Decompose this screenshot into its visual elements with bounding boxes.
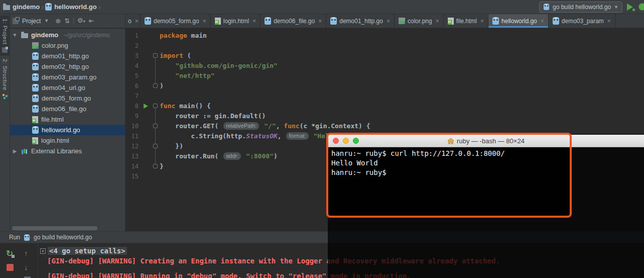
breadcrumb-gindemo[interactable]: gindemo [3,3,40,11]
code-token: , [276,122,284,130]
run-line-gutter-icon[interactable] [144,104,148,109]
png-file-icon [32,42,39,49]
close-icon[interactable]: × [541,18,544,25]
code-line: router.Run( addr: ":8000") [160,151,278,161]
console-folded-text: <4 go setup calls> [48,247,127,255]
fold-marker-icon[interactable] [153,83,158,88]
scroll-down-icon[interactable]: ↓ [24,263,28,271]
line-number: 10 [125,121,139,131]
editor-tab[interactable]: color.png× [395,14,444,28]
html-file-icon [215,18,221,25]
code-token: (c *gin.Context) { [300,122,370,130]
close-icon[interactable]: × [252,18,256,25]
tab-label: login.html [223,18,249,25]
run-button[interactable] [627,3,634,11]
png-file-icon [399,18,405,24]
tree-item-external-libraries[interactable]: ▶ External Libraries [10,146,125,156]
close-icon[interactable]: × [203,18,206,25]
stripe-item-structure[interactable]: 2: Structure [0,56,10,102]
terminal-window-title: ruby — -bash — 80×24 [447,137,525,145]
collapse-arrow-icon[interactable]: ▼ [12,32,18,38]
close-icon[interactable]: × [480,18,484,25]
project-view-selector[interactable]: Project [22,18,41,25]
fold-marker-icon[interactable] [153,164,158,168]
editor-tab[interactable]: demo06_file.go× [261,14,326,28]
tree-item[interactable]: demo06_file.go [10,104,125,114]
horizontal-scrollbar[interactable] [12,226,97,230]
stripe-label: 1: Project [2,19,8,44]
tab-label: file.html [456,18,477,25]
tree-item-label: file.html [41,116,64,123]
chevron-down-icon[interactable]: ▼ [44,18,49,24]
code-line: }) [160,141,183,151]
line-number: 6 [125,81,139,91]
minimize-window-button[interactable] [343,138,349,144]
zoom-window-button[interactable] [353,138,359,144]
stripe-item-project[interactable]: 1: Project [0,16,10,56]
tree-item[interactable]: demo03_param.go [10,72,125,82]
run-tab-label[interactable]: Run [9,234,20,241]
close-window-button[interactable] [333,138,339,144]
editor-tab[interactable]: login.html× [211,14,261,28]
code-token: ( [183,52,191,59]
collapse-all-icon[interactable]: ⇅ [64,18,70,24]
stop-button[interactable] [7,264,14,271]
chevron-down-icon: ▼ [614,5,618,10]
tree-item[interactable]: demo05_form.go [10,93,125,104]
chevron-right-icon: › [41,3,44,11]
tree-item[interactable]: login.html [10,135,125,146]
gear-icon[interactable]: ⚙▾ [77,17,85,25]
debug-button[interactable] [638,3,644,11]
go-file-icon [330,17,337,25]
home-icon [447,138,454,144]
tree-item[interactable]: color.png [10,40,125,51]
tree-item-label: External Libraries [31,147,82,155]
locate-file-icon[interactable]: ⊗ [55,18,61,24]
tool-window-stripe: 1: Project 2: Structure [0,14,10,231]
go-file-icon [32,126,39,134]
project-view-icon [13,18,19,24]
html-file-icon [448,18,454,25]
hide-panel-icon[interactable]: ⇤ [89,18,94,24]
tree-root-gindemo[interactable]: ▼ gindemo ~/go/src/gindemo [10,30,125,40]
tree-item[interactable]: demo01_http.go [10,51,125,61]
code-token: main() { [175,102,210,110]
fold-marker-icon[interactable] [153,104,158,108]
fold-marker-icon[interactable] [153,124,158,128]
fold-marker-icon[interactable] [153,144,158,148]
tree-item[interactable]: demo04_url.go [10,82,125,93]
close-icon[interactable]: × [135,18,139,25]
tab-label: demo03_param [562,18,604,25]
editor-tab[interactable]: demo05_form.go× [141,14,211,28]
close-icon[interactable]: × [318,18,322,25]
code-token: "github.com/gin-gonic/gin" [160,62,278,69]
tree-item-label: demo05_form.go [42,95,91,102]
tree-item-label: demo06_file.go [42,105,86,113]
go-file-icon [492,17,499,25]
run-badge-dot [632,9,635,11]
fold-marker-icon[interactable] [153,53,158,58]
expand-fold-icon[interactable]: + [40,248,46,254]
rerun-button[interactable]: ↻ [6,249,13,258]
code-token: ":8000" [246,152,274,160]
editor-tab[interactable]: demo01_http.go× [326,14,395,28]
tree-item[interactable]: demo02_http.go [10,61,125,72]
close-icon[interactable]: × [436,18,439,25]
go-file-icon [32,63,39,70]
scroll-up-icon[interactable]: ↑ [24,249,28,257]
editor-tab[interactable]: helloworld.go× [488,14,549,28]
expand-arrow-icon[interactable]: ▶ [12,148,18,154]
close-icon[interactable]: × [607,18,611,25]
terminal-content[interactable]: hanru:~ ruby$ curl http://127.0.0.1:8000… [328,147,570,216]
close-icon[interactable]: × [387,18,390,25]
code-line: "github.com/gin-gonic/gin" [160,61,278,71]
tree-item[interactable]: helloworld.go [10,125,125,135]
run-configuration-select[interactable]: go build helloworld.go ▼ [539,2,622,13]
editor-tab[interactable]: file.html× [444,14,488,28]
editor-tab[interactable]: demo03_param× [549,14,615,28]
tree-item[interactable]: file.html [10,114,125,125]
window-controls [333,138,359,144]
line-number: 2 [125,41,139,51]
breadcrumb-helloworld[interactable]: helloworld.go [45,3,97,11]
editor-tab[interactable]: o× [125,14,141,28]
